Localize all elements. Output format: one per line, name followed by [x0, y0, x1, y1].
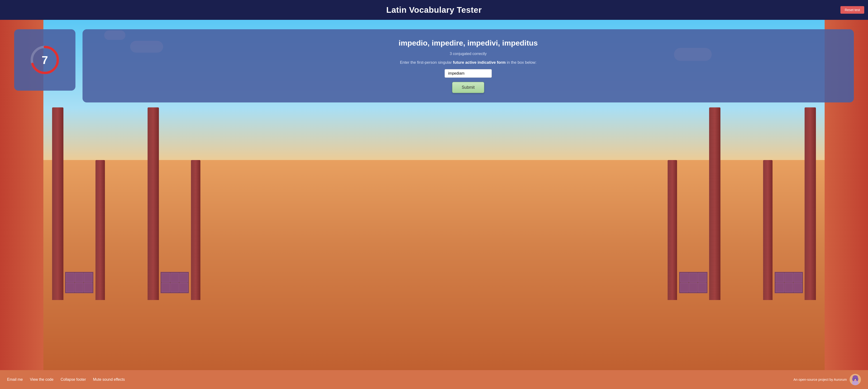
footer-right: An open-source project by Aurorum	[794, 374, 861, 385]
prompt-prefix: Enter the first-person singular	[400, 60, 453, 65]
window-left-1	[65, 272, 93, 293]
timer-value: 7	[42, 54, 48, 66]
pillar-right-4	[668, 160, 677, 300]
main-content: 7 impedio, impedire, impedivi, impeditus…	[0, 20, 868, 370]
prompt-suffix: in the box below:	[506, 60, 536, 65]
pillar-left-3	[148, 107, 159, 300]
app-header: Latin Vocabulary Tester Reset test	[0, 0, 868, 20]
collapse-footer-link[interactable]: Collapse footer	[61, 378, 86, 382]
quiz-card: impedio, impedire, impedivi, impeditus 3…	[83, 29, 854, 103]
pillar-left-1	[52, 107, 63, 300]
prompt-bold: future active indicative form	[453, 60, 506, 65]
mute-link[interactable]: Mute sound effects	[93, 378, 125, 382]
avatar	[849, 374, 861, 385]
ground-bg	[0, 160, 868, 370]
answer-input[interactable]	[444, 69, 492, 78]
prompt-text: Enter the first-person singular future a…	[400, 60, 536, 65]
email-link[interactable]: Email me	[7, 378, 23, 382]
pillar-right-2	[763, 160, 773, 300]
svg-point-4	[852, 381, 859, 385]
footer: Email me View the code Collapse footer M…	[0, 370, 868, 389]
page-title: Latin Vocabulary Tester	[0, 5, 868, 15]
view-code-link[interactable]: View the code	[30, 378, 54, 382]
svg-point-9	[856, 379, 857, 380]
timer-card: 7	[14, 29, 75, 91]
window-left-2	[160, 272, 189, 293]
verb-title: impedio, impedire, impedivi, impeditus	[399, 39, 538, 48]
pillar-right-3	[709, 107, 720, 300]
svg-point-8	[854, 379, 855, 380]
conjugated-count: 3 conjugated correctly	[450, 52, 487, 56]
pillar-left-2	[95, 160, 105, 300]
timer-circle: 7	[28, 44, 61, 77]
window-right-1	[775, 272, 803, 293]
pillar-right-1	[805, 107, 816, 300]
content-overlay: 7 impedio, impedire, impedivi, impeditus…	[0, 20, 868, 112]
submit-button[interactable]: Submit	[452, 82, 485, 93]
credit-text: An open-source project by Aurorum	[794, 378, 847, 382]
pillar-left-4	[191, 160, 200, 300]
reset-button[interactable]: Reset test	[840, 6, 864, 14]
window-right-2	[679, 272, 708, 293]
